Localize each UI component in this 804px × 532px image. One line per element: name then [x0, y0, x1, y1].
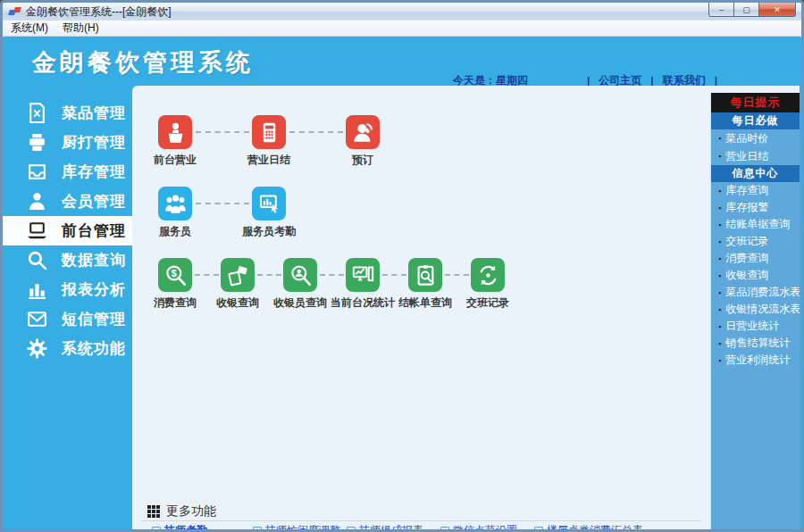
menu-system[interactable]: 系统(M): [11, 21, 48, 36]
link-technician-busy-adjust[interactable]: 技师忙闲度调整: [253, 523, 340, 529]
tile-label: 预订: [327, 153, 398, 168]
calculator-icon: [257, 121, 281, 145]
tile-label: 结帐单查询: [389, 295, 461, 311]
tile-waiters[interactable]: 服务员: [139, 187, 211, 239]
tile-consumption-query[interactable]: $ 消费查询: [139, 258, 211, 311]
panel-item-bill-doc-query[interactable]: 结账单据查询: [711, 216, 800, 233]
tile-shift-record[interactable]: 交班记录: [452, 258, 523, 311]
link-technician-commission-report[interactable]: 技师提成报表: [347, 523, 423, 529]
search-icon: [26, 249, 48, 271]
tile-label: 收银查询: [202, 295, 273, 311]
tile-cashier-query[interactable]: 收银查询: [202, 258, 273, 311]
minimize-button[interactable]: –: [708, 3, 734, 17]
tile-current-table-stats[interactable]: 当前台况统计: [327, 258, 398, 311]
menu-doc-icon: [26, 102, 48, 124]
tile-label: 前台营业: [139, 153, 211, 168]
close-button[interactable]: ✕: [758, 3, 796, 17]
sidebar-item-label: 菜品管理: [62, 103, 126, 123]
panel-item-cashier-query[interactable]: 收银查询: [711, 267, 800, 284]
sidebar-item-label: 厨打管理: [62, 132, 126, 153]
more-functions-label: 更多功能: [166, 503, 216, 520]
sidebar-item-label: 库存管理: [62, 162, 126, 182]
section-daily-must-do: 每日必做: [711, 112, 800, 129]
window-title: 金朗餐饮管理系统---[金朗餐饮]: [26, 4, 172, 20]
tile-label: 当前台况统计: [327, 295, 398, 311]
laptop-icon: [26, 220, 48, 242]
panel-item-dish-flow-table[interactable]: 菜品消费流水表: [711, 284, 800, 301]
panel-item-daily-business-stats[interactable]: 日营业统计: [711, 318, 800, 335]
attendance-chart-icon: [257, 192, 281, 216]
money-search-icon: $: [163, 263, 188, 287]
sidebar-item-members[interactable]: 会员管理: [3, 187, 132, 216]
link-icon: [534, 527, 543, 530]
maximize-button[interactable]: ▢: [734, 3, 758, 17]
link-icon: [253, 527, 262, 530]
more-links-row: 技师考勤 技师忙闲度调整 技师提成报表 微信点菜设置 楼层桌类消费汇总表: [132, 523, 710, 529]
more-functions-header: 更多功能: [147, 503, 216, 520]
sidebar-item-label: 系统功能: [62, 338, 126, 359]
app-window: 金朗餐饮管理系统---[金朗餐饮] – ▢ ✕ 系统(M) 帮助(H) 金朗餐饮…: [0, 0, 804, 532]
sidebar-item-reports[interactable]: 报表分析: [3, 275, 132, 304]
cashier-search-icon: [289, 263, 313, 287]
link-floor-table-summary[interactable]: 楼层桌类消费汇总表: [534, 523, 643, 529]
daily-tip-header: 每日提示: [711, 93, 800, 112]
staff-group-icon: [163, 192, 188, 216]
tile-label: 消费查询: [139, 295, 211, 311]
tile-cashier-staff-query[interactable]: 收银员查询: [264, 258, 336, 311]
sidebar-item-system[interactable]: 系统功能: [3, 334, 132, 363]
sidebar-item-label: 数据查询: [62, 250, 126, 270]
tile-bill-query[interactable]: 结帐单查询: [389, 258, 461, 311]
shift-cycle-icon: [476, 263, 500, 287]
tile-label: 服务员: [139, 224, 211, 239]
printer-icon: [26, 131, 48, 154]
tile-daily-settlement[interactable]: 营业日结: [233, 115, 305, 168]
menu-help[interactable]: 帮助(H): [63, 21, 99, 36]
sidebar-item-label: 会员管理: [62, 191, 126, 212]
sidebar-item-inventory[interactable]: 库存管理: [3, 157, 132, 187]
sidebar: 菜品管理 厨打管理 库存管理 会员管理 前台管理 数据查询: [3, 86, 132, 529]
podium-person-icon: [163, 121, 188, 145]
link-icon: [440, 527, 449, 530]
panel-item-inventory-alert[interactable]: 库存报警: [711, 199, 800, 216]
sidebar-item-label: 报表分析: [62, 279, 126, 300]
gear-icon: [26, 337, 48, 360]
app-logo-icon: [9, 6, 21, 17]
panel-item-cashier-flow-table[interactable]: 收银情况流水表: [711, 301, 800, 318]
app-main: 金朗餐饮管理系统 今天是：星期四 | 公司主页 | 联系我们 | 菜品管理 厨打…: [3, 37, 801, 529]
panel-item-dish-price[interactable]: 菜品时价: [711, 129, 800, 147]
right-panel: 每日提示 每日必做 菜品时价 营业日结 信息中心 库存查询 库存报警 结账单据查…: [710, 86, 800, 529]
member-person-icon: [26, 190, 48, 212]
panel-item-shift-record[interactable]: 交班记录: [711, 233, 800, 250]
sidebar-item-label: 短信管理: [62, 309, 126, 329]
bill-search-icon: [414, 263, 438, 287]
sidebar-item-data-query[interactable]: 数据查询: [3, 245, 132, 275]
tile-waiter-attendance[interactable]: 服务员考勤: [233, 187, 305, 239]
cash-notes-icon: [226, 263, 250, 287]
tile-label: 营业日结: [233, 153, 305, 168]
tile-label: 服务员考勤: [233, 224, 305, 239]
panel-item-sales-settlement-stats[interactable]: 销售结算统计: [711, 335, 800, 352]
link-wechat-order-settings[interactable]: 微信点菜设置: [440, 523, 517, 529]
sidebar-item-sms[interactable]: 短信管理: [3, 304, 132, 334]
link-icon: [152, 527, 161, 530]
phone-person-icon: [351, 121, 375, 145]
panel-item-daily-settlement[interactable]: 营业日结: [711, 147, 800, 165]
link-icon: [347, 527, 356, 530]
link-technician-attendance[interactable]: 技师考勤: [152, 523, 207, 529]
monitor-stats-icon: [351, 263, 375, 287]
tile-reservation[interactable]: 预订: [327, 115, 398, 168]
sidebar-item-dishes[interactable]: 菜品管理: [3, 98, 132, 128]
panel-item-profit-stats[interactable]: 营业利润统计: [711, 352, 800, 369]
sidebar-item-front-desk[interactable]: 前台管理: [3, 216, 132, 245]
section-info-center: 信息中心: [711, 165, 800, 182]
sidebar-item-label: 前台管理: [62, 220, 126, 241]
envelope-icon: [26, 308, 48, 330]
inventory-tray-icon: [26, 161, 48, 183]
sidebar-item-kitchen-print[interactable]: 厨打管理: [3, 128, 132, 157]
panel-item-inventory-query[interactable]: 库存查询: [711, 182, 800, 199]
panel-item-consumption-query[interactable]: 消费查询: [711, 250, 800, 267]
title-bar[interactable]: 金朗餐饮管理系统---[金朗餐饮] – ▢ ✕: [3, 3, 801, 21]
tile-front-desk-business[interactable]: 前台营业: [139, 115, 211, 168]
svg-text:$: $: [171, 267, 176, 278]
tile-label: 交班记录: [452, 295, 523, 311]
